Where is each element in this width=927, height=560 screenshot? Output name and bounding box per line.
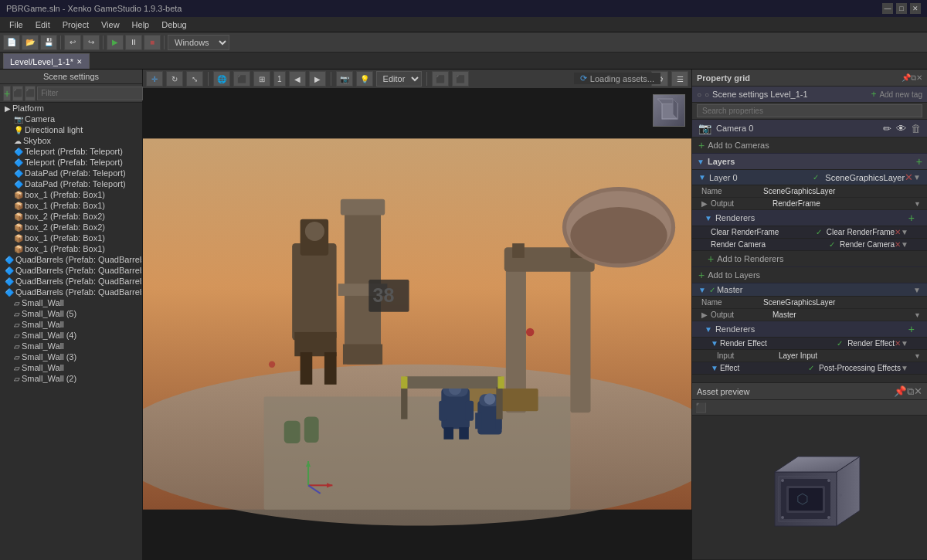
scene-tree-item[interactable]: ▱Small_Wall [0, 319, 142, 330]
vp-camera-icon[interactable]: 📷 [336, 71, 353, 87]
renderers-header[interactable]: ▼ Renderers + [692, 210, 927, 226]
scene-tree-item[interactable]: ▱Small_Wall [0, 341, 142, 351]
scene-tree-item[interactable]: 🔷QuadBarrels (Prefab: QuadBarrels) [0, 276, 142, 287]
add-tag-button[interactable]: + [871, 89, 876, 100]
preview-toolbar-icon: ⬛ [695, 402, 707, 413]
clear-rf-del[interactable]: ✕ [895, 228, 901, 236]
scene-tree-item[interactable]: 📦box_2 (Prefab: Box2) [0, 211, 142, 222]
scene-tree-item[interactable]: 🔷QuadBarrels (Prefab: QuadBarrels) [0, 254, 142, 265]
scene-tree-item[interactable]: 🔷QuadBarrels (Prefab: QuadBarrels) [0, 265, 142, 276]
scene-tb1[interactable]: ⬛ [12, 86, 23, 101]
scene-tree-item[interactable]: ▱Small_Wall (2) [0, 373, 142, 384]
scene-tree-item[interactable]: 📦box_1 (Prefab: Box1) [0, 200, 142, 211]
render-effect-del[interactable]: ✕ [895, 339, 901, 348]
camera-edit-btn[interactable]: ✏ [883, 123, 891, 134]
vp-render1[interactable]: ⬛ [432, 71, 449, 87]
layer0-del-btn[interactable]: ✕ [905, 171, 913, 183]
menu-file[interactable]: File [3, 20, 29, 29]
viewport[interactable]: ✛ ↻ ⤡ 🌐 ⬛ ⊞ 1 ◀ ▶ 📷 💡 Editor ⬛ ⬛ ⟳ Loadi… [143, 70, 691, 560]
windows-dropdown[interactable]: Windows [168, 35, 229, 50]
scene-tree-item[interactable]: 🔷DataPad (Prefab: Teleport) [0, 178, 142, 189]
vp-render2[interactable]: ⬛ [452, 71, 469, 87]
scene-add-button[interactable]: + [3, 86, 11, 101]
menu-help[interactable]: Help [126, 20, 156, 29]
open-button[interactable]: 📂 [22, 35, 39, 50]
scene-tree-item[interactable]: ▱Small_Wall [0, 297, 142, 308]
scene-tree-item[interactable]: 🔷Teleport (Prefab: Teleport) [0, 157, 142, 168]
scene-tree-item[interactable]: 📦box_1 (Prefab: Box1) [0, 189, 142, 200]
play-button[interactable]: ▶ [107, 35, 124, 50]
scene-tree-item[interactable]: ▱Small_Wall (3) [0, 351, 142, 362]
menu-project[interactable]: Project [56, 20, 95, 29]
scene-settings-row: ○ ○ Scene settings Level_1-1 + Add new t… [692, 87, 927, 103]
vp-arrow2[interactable]: ▶ [309, 71, 326, 87]
add-to-layers-row[interactable]: + Add to Layers [692, 267, 927, 283]
vp-translate[interactable]: ✛ [146, 71, 163, 87]
render-cam-del[interactable]: ✕ [895, 240, 901, 249]
camera-icon: 📷 [14, 115, 23, 124]
stop-button[interactable]: ■ [144, 35, 161, 50]
minimize-button[interactable]: — [882, 3, 893, 14]
vp-tb2[interactable]: ⬛ [233, 71, 250, 87]
scene-tree-item[interactable]: 📦box_2 (Prefab: Box2) [0, 222, 142, 232]
master-renderers-add[interactable]: + [908, 323, 915, 335]
viewport-scene[interactable]: 38 [143, 88, 691, 560]
level-tab-close[interactable]: ✕ [76, 58, 83, 66]
vp-scale[interactable]: ⤡ [186, 71, 203, 87]
new-button[interactable]: 📄 [3, 35, 20, 50]
property-pin[interactable]: 📌 [902, 73, 911, 82]
master-row[interactable]: ▼ ✓ Master ▼ [692, 283, 927, 297]
scene-tree-item[interactable]: ▱Small_Wall (5) [0, 308, 142, 319]
camera-del-btn[interactable]: 🗑 [911, 123, 921, 134]
menu-view[interactable]: View [95, 20, 126, 29]
property-float[interactable]: ⧉ [911, 73, 916, 83]
save-button[interactable]: 💾 [40, 35, 57, 50]
undo-button[interactable]: ↩ [64, 35, 81, 50]
vp-rotate[interactable]: ↻ [166, 71, 183, 87]
vp-light-icon[interactable]: 💡 [356, 71, 373, 87]
scene-tree-item[interactable]: 📦box_1 (Prefab: Box1) [0, 243, 142, 254]
window-controls[interactable]: — □ ✕ [882, 3, 921, 14]
scene-tree-item[interactable]: 💡Directional light [0, 124, 142, 135]
scene-tree-item[interactable]: ☁Skybox [0, 135, 142, 146]
renderers-add-btn[interactable]: + [908, 212, 915, 224]
vp-tb1[interactable]: 🌐 [213, 71, 230, 87]
viewport-cube[interactable] [653, 94, 685, 127]
layer0-row[interactable]: ▼ Layer 0 ✓ SceneGraphicsLayer ✕ ▼ [692, 170, 927, 185]
maximize-button[interactable]: □ [896, 3, 907, 14]
vp-count[interactable]: 1 [273, 71, 286, 87]
scene-settings-label: Scene settings Level_1-1 [712, 90, 868, 99]
add-to-cameras-row[interactable]: + Add to Cameras [692, 137, 927, 154]
vp-arrow[interactable]: ◀ [289, 71, 306, 87]
camera-view-btn[interactable]: 👁 [896, 123, 906, 134]
menu-debug[interactable]: Debug [155, 20, 192, 29]
scene-filter-input[interactable] [37, 87, 143, 100]
preview-close[interactable]: ✕ [914, 385, 922, 397]
vp-grid[interactable]: ⊞ [253, 71, 270, 87]
scene-tree-item[interactable]: 🔷Teleport (Prefab: Teleport) [0, 146, 142, 157]
editor-dropdown[interactable]: Editor [376, 71, 422, 87]
vp-more[interactable]: ☰ [671, 71, 688, 87]
preview-pin[interactable]: 📌 [894, 385, 907, 397]
add-to-renderers-row[interactable]: + Add to Renderers [692, 251, 927, 267]
scene-tree-item[interactable]: ▱Small_Wall [0, 362, 142, 373]
level-tab[interactable]: Level/Level_1-1* ✕ [3, 53, 90, 69]
scene-tree-item[interactable]: 🔷DataPad (Prefab: Teleport) [0, 168, 142, 178]
scene-tree-item[interactable]: 🔷QuadBarrels (Prefab: QuadBarrels) [0, 287, 142, 297]
menu-edit[interactable]: Edit [29, 20, 56, 29]
scene-tree-item[interactable]: 📦box_1 (Prefab: Box1) [0, 232, 142, 243]
property-search-input[interactable] [697, 104, 922, 117]
scene-tree-item[interactable]: ▶Platform [0, 103, 142, 114]
layers-add-btn[interactable]: + [916, 155, 922, 168]
layers-section-header[interactable]: ▼ Layers + [692, 154, 927, 170]
close-button[interactable]: ✕ [910, 3, 921, 14]
scene-tree-item[interactable]: 📷Camera [0, 114, 142, 124]
master-renderers-header[interactable]: ▼ Renderers + [692, 321, 927, 338]
redo-button[interactable]: ↪ [83, 35, 100, 50]
scene-tree-item[interactable]: ▱Small_Wall (4) [0, 330, 142, 341]
pause-button[interactable]: ⏸ [125, 35, 142, 50]
preview-float[interactable]: ⧉ [907, 385, 914, 398]
property-close[interactable]: ✕ [916, 73, 922, 82]
output-dropdown-arrow: ▼ [914, 200, 921, 208]
scene-tb2[interactable]: ⬛ [25, 86, 36, 101]
